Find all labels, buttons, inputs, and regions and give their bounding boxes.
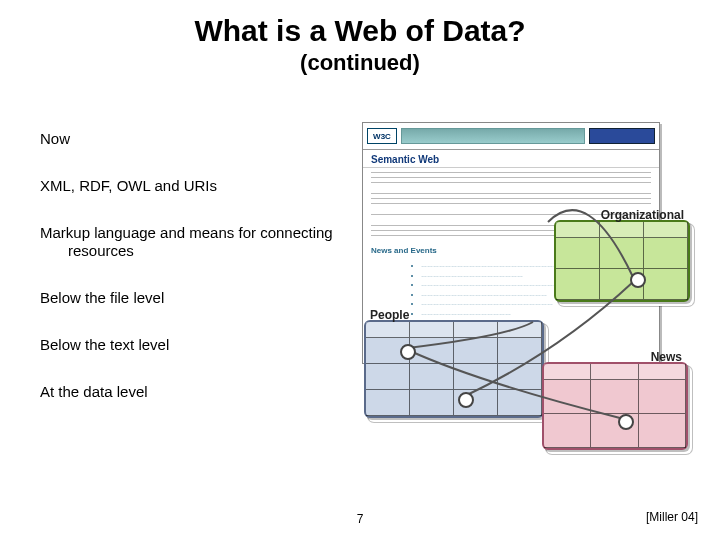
bullet-item: At the data level	[40, 383, 360, 402]
bullet-item: Markup language and means for connecting…	[40, 224, 360, 262]
node-icon	[618, 414, 634, 430]
card-organizational: Organizational	[554, 220, 690, 302]
card-people: People	[364, 320, 544, 418]
placeholder-text	[371, 193, 651, 207]
card-label: News	[651, 350, 682, 364]
w3c-logo: W3C	[367, 128, 397, 144]
node-icon	[630, 272, 646, 288]
page-heading: Semantic Web	[363, 150, 659, 168]
bullet-item: XML, RDF, OWL and URIs	[40, 177, 360, 196]
node-icon	[458, 392, 474, 408]
citation: [Miller 04]	[646, 510, 698, 524]
placeholder-text	[371, 172, 651, 186]
bullet-item: Below the file level	[40, 289, 360, 308]
semantic-web-banner	[589, 128, 655, 144]
figure: W3C Semantic Web News and Events ……………………	[358, 122, 688, 462]
bullet-list: Now XML, RDF, OWL and URIs Markup langua…	[40, 130, 360, 429]
slide-subtitle: (continued)	[0, 50, 720, 76]
placeholder-link: ………………………………………	[421, 309, 651, 319]
card-news: News	[542, 362, 688, 450]
header-bar-graphic	[401, 128, 585, 144]
bullet-item: Below the text level	[40, 336, 360, 355]
slide-title: What is a Web of Data?	[0, 14, 720, 48]
node-icon	[400, 344, 416, 360]
page-number: 7	[357, 512, 364, 526]
card-label: Organizational	[601, 208, 684, 222]
bullet-item: Now	[40, 130, 360, 149]
card-label: People	[370, 308, 409, 322]
browser-header: W3C	[363, 123, 659, 150]
